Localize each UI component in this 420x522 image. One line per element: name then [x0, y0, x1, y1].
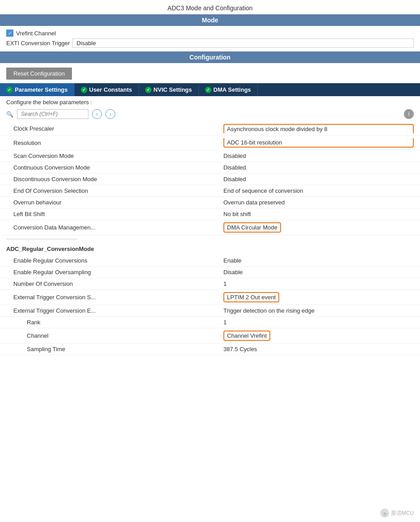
- exti-label: EXTI Conversion Trigger: [6, 40, 70, 47]
- tab-user-constants[interactable]: ✓ User Constants: [75, 83, 139, 96]
- param-row: Conversion Data Managemen...DMA Circular…: [0, 220, 420, 235]
- regular-param-row: ChannelChannel Vrefint: [0, 328, 420, 344]
- param-value: End of sequence of conversion: [210, 185, 420, 197]
- param-row: Clock PrescalerAsynchronous clock mode d…: [0, 122, 420, 136]
- param-value: Overrun data preserved: [210, 197, 420, 208]
- regular-param-label: External Trigger Conversion E...: [0, 305, 210, 317]
- param-row: ResolutionADC 16-bit resolution: [0, 136, 420, 150]
- param-row: Discontinuous Conversion ModeDisabled: [0, 174, 420, 185]
- param-label: Clock Prescaler: [0, 122, 210, 136]
- tab-check-user: ✓: [81, 87, 87, 93]
- configure-text: Configure the below parameters :: [0, 96, 420, 107]
- regular-param-row: Number Of Conversion1: [0, 278, 420, 290]
- tab-label-parameter: Parameter Settings: [15, 86, 68, 93]
- exti-row: EXTI Conversion Trigger: [6, 38, 414, 48]
- main-container: ADC3 Mode and Configuration Mode ✓ Vrefi…: [0, 0, 420, 522]
- regular-param-label: Enable Regular Conversions: [0, 255, 210, 267]
- regular-param-label: Sampling Time: [0, 344, 210, 355]
- param-label: Discontinuous Conversion Mode: [0, 174, 210, 185]
- param-row: Continuous Conversion ModeDisabled: [0, 162, 420, 174]
- tabs-row: ✓ Parameter Settings ✓ User Constants ✓ …: [0, 83, 420, 96]
- tab-label-nvic: NVIC Settings: [154, 86, 192, 93]
- param-label: Continuous Conversion Mode: [0, 162, 210, 174]
- param-label: Scan Conversion Mode: [0, 150, 210, 162]
- param-label: Left Bit Shift: [0, 208, 210, 220]
- search-row: 🔍 ‹ › i: [0, 107, 420, 121]
- tab-check-nvic: ✓: [145, 87, 151, 93]
- vrefint-label: Vrefint Channel: [16, 30, 56, 37]
- tab-nvic-settings[interactable]: ✓ NVIC Settings: [139, 83, 199, 96]
- search-input[interactable]: [17, 109, 88, 119]
- param-label: End Of Conversion Selection: [0, 185, 210, 197]
- config-section: Reset Configuration ✓ Parameter Settings…: [0, 64, 420, 355]
- nav-next-button[interactable]: ›: [105, 109, 115, 119]
- regular-param-value: Trigger detection on the rising edge: [210, 305, 420, 317]
- tab-label-user: User Constants: [89, 86, 132, 93]
- watermark-text: 茶话MCU: [391, 509, 414, 517]
- regular-param-label: Channel: [0, 328, 210, 344]
- param-value: Disabled: [210, 150, 420, 162]
- param-value: DMA Circular Mode: [210, 220, 420, 235]
- param-label: Conversion Data Managemen...: [0, 220, 210, 235]
- params-table: Clock PrescalerAsynchronous clock mode d…: [0, 122, 420, 235]
- regular-param-row: External Trigger Conversion S...LPTIM 2 …: [0, 290, 420, 305]
- regular-param-value: LPTIM 2 Out event: [210, 290, 420, 305]
- mode-header: Mode: [0, 14, 420, 26]
- param-value: Disabled: [210, 174, 420, 185]
- nav-prev-button[interactable]: ‹: [92, 109, 102, 119]
- info-button[interactable]: i: [404, 109, 414, 119]
- regular-param-value: 1: [210, 317, 420, 328]
- search-icon: 🔍: [6, 111, 13, 118]
- regular-param-value: Disable: [210, 267, 420, 278]
- regular-param-value: 1: [210, 278, 420, 290]
- regular-param-value: 387.5 Cycles: [210, 344, 420, 355]
- param-value: ADC 16-bit resolution: [210, 136, 420, 150]
- regular-param-row: External Trigger Conversion E...Trigger …: [0, 305, 420, 317]
- tab-label-dma: DMA Settings: [214, 86, 251, 93]
- regular-group-label: ADC_Regular_ConversionMode: [0, 243, 420, 254]
- tab-check-dma: ✓: [205, 87, 211, 93]
- regular-param-row: Rank1: [0, 317, 420, 328]
- vrefint-checkbox[interactable]: ✓: [6, 30, 13, 37]
- regular-param-label: External Trigger Conversion S...: [0, 290, 210, 305]
- vrefint-row: ✓ Vrefint Channel: [6, 30, 414, 37]
- exti-input[interactable]: [72, 38, 414, 48]
- param-value: No bit shift: [210, 208, 420, 220]
- param-row: Scan Conversion ModeDisabled: [0, 150, 420, 162]
- regular-param-label: Rank: [0, 317, 210, 328]
- mode-section: ✓ Vrefint Channel EXTI Conversion Trigge…: [0, 26, 420, 51]
- watermark-icon: 🍵: [380, 509, 389, 518]
- regular-param-row: Enable Regular OversamplingDisable: [0, 267, 420, 278]
- param-row: End Of Conversion SelectionEnd of sequen…: [0, 185, 420, 197]
- regular-param-row: Enable Regular ConversionsEnable: [0, 255, 420, 267]
- divider: [6, 239, 78, 239]
- regular-param-row: Sampling Time387.5 Cycles: [0, 344, 420, 355]
- regular-param-label: Number Of Conversion: [0, 278, 210, 290]
- regular-param-label: Enable Regular Oversampling: [0, 267, 210, 278]
- config-header: Configuration: [0, 51, 420, 63]
- tab-parameter-settings[interactable]: ✓ Parameter Settings: [0, 83, 75, 96]
- tab-check-parameter: ✓: [6, 87, 13, 93]
- regular-param-value: Enable: [210, 255, 420, 267]
- tab-dma-settings[interactable]: ✓ DMA Settings: [199, 83, 258, 96]
- param-value: Disabled: [210, 162, 420, 174]
- param-row: Overrun behaviourOverrun data preserved: [0, 197, 420, 208]
- regular-param-value: Channel Vrefint: [210, 328, 420, 344]
- watermark: 🍵 茶话MCU: [380, 509, 414, 518]
- param-label: Overrun behaviour: [0, 197, 210, 208]
- param-value: Asynchronous clock mode divided by 8: [210, 122, 420, 136]
- param-row: Left Bit ShiftNo bit shift: [0, 208, 420, 220]
- page-title: ADC3 Mode and Configuration: [0, 0, 420, 14]
- param-label: Resolution: [0, 136, 210, 150]
- regular-params-table: Enable Regular ConversionsEnableEnable R…: [0, 255, 420, 355]
- reset-config-button[interactable]: Reset Configuration: [6, 68, 72, 80]
